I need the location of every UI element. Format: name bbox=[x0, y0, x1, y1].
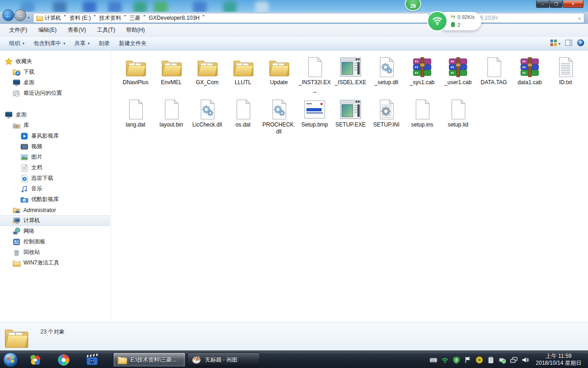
sidebar-item[interactable]: 收藏夹 bbox=[0, 56, 110, 67]
net-speed-overlay[interactable]: 0.92K/s 2 bbox=[427, 11, 482, 31]
minimize-button[interactable]: – bbox=[536, 0, 549, 8]
preview-pane-button[interactable] bbox=[565, 39, 572, 48]
toolbar-button[interactable]: 刻录 bbox=[94, 38, 114, 49]
sidebar-item[interactable]: 优酷影视库 bbox=[0, 194, 110, 205]
file-item[interactable]: SETUP.INI bbox=[368, 97, 404, 139]
menu-item[interactable]: 帮助(H) bbox=[121, 24, 151, 36]
file-item[interactable]: setup.lid bbox=[440, 97, 476, 139]
pinned-flower-app[interactable] bbox=[28, 353, 41, 366]
breadcrumb-separator-icon[interactable]: ▸ bbox=[141, 13, 148, 23]
clock-time: 上午 11:59 bbox=[546, 353, 571, 360]
file-item[interactable]: ID.txt bbox=[548, 54, 583, 97]
file-item[interactable]: _ISDEL.EXE bbox=[333, 54, 368, 97]
breadcrumb-item[interactable]: 三菱 bbox=[129, 13, 141, 23]
file-item[interactable]: _INST32I.EX_ bbox=[297, 54, 333, 97]
breadcrumb-item[interactable]: 资料 (E:) bbox=[68, 13, 92, 23]
breadcrumb-item[interactable]: 计算机 bbox=[44, 13, 62, 23]
sidebar-item[interactable]: 图片 bbox=[0, 152, 110, 162]
taskbar-window-button[interactable]: E:\技术资料\三菱... bbox=[113, 352, 186, 367]
sidebar-item[interactable]: Administrator bbox=[0, 205, 110, 215]
breadcrumb-separator-icon[interactable]: ▸ bbox=[62, 13, 68, 23]
breadcrumb-separator-icon[interactable]: ▸ bbox=[92, 13, 98, 23]
sidebar-item[interactable]: 视频 bbox=[0, 141, 110, 152]
taskbar-clock[interactable]: 上午 11:59 2018/10/14 星期日 bbox=[531, 352, 586, 368]
file-item[interactable]: setup.ins bbox=[404, 97, 440, 139]
file-item[interactable]: _user1.cab bbox=[440, 54, 476, 97]
file-item[interactable]: DATA.TAG bbox=[476, 54, 512, 97]
sidebar-item[interactable]: 下载 bbox=[0, 67, 110, 77]
sidebar-item[interactable]: WIN7激活工具 bbox=[0, 258, 110, 268]
file-item[interactable]: LLUTL bbox=[225, 54, 261, 97]
recent-pages-chevron-icon[interactable]: ▾ bbox=[28, 16, 29, 20]
sidebar-item[interactable]: 网络 bbox=[0, 226, 110, 236]
file-item[interactable]: os.dat bbox=[225, 97, 261, 139]
sidebar-item[interactable]: 音乐 bbox=[0, 184, 110, 194]
menu-item[interactable]: 编辑(E) bbox=[33, 24, 62, 36]
usb-tray-icon[interactable] bbox=[498, 356, 506, 364]
start-button[interactable] bbox=[3, 352, 18, 368]
menu-item[interactable]: 工具(T) bbox=[91, 24, 120, 36]
menu-item[interactable]: 查看(V) bbox=[62, 24, 91, 36]
taskbar-window-button[interactable]: 无标题 - 画图 bbox=[187, 352, 260, 367]
help-button[interactable]: ? bbox=[577, 39, 584, 48]
clipboard-tray-icon[interactable] bbox=[486, 356, 495, 364]
trwifi-tray-icon[interactable] bbox=[441, 356, 449, 364]
pinned-video-clapper-app[interactable] bbox=[85, 353, 98, 366]
file-item[interactable]: layout.bin bbox=[153, 97, 189, 139]
sidebar-item[interactable]: 桌面 bbox=[0, 109, 110, 120]
sidebar-item[interactable]: 最近访问的位置 bbox=[0, 88, 110, 98]
sidebar-item[interactable]: 回收站 bbox=[0, 247, 110, 258]
sidebar-item[interactable]: 库 bbox=[0, 120, 110, 131]
sidebar-item[interactable]: 计算机 bbox=[0, 215, 110, 226]
file-item[interactable]: GX_Com bbox=[189, 54, 225, 97]
shield-tray-icon[interactable] bbox=[452, 356, 460, 364]
forward-button[interactable]: → bbox=[14, 9, 26, 21]
flag-tray-icon[interactable] bbox=[464, 356, 472, 364]
file-item[interactable]: Setup.bmp bbox=[297, 97, 333, 139]
sidebar-item-label: 文档 bbox=[31, 164, 42, 172]
pictures-icon bbox=[20, 153, 28, 161]
toolbar-button[interactable]: 共享▾ bbox=[70, 38, 94, 49]
file-item[interactable]: EnvMEL bbox=[153, 54, 189, 97]
sidebar-item[interactable]: 迅雷下载 bbox=[0, 173, 110, 184]
back-button[interactable]: ← bbox=[2, 9, 14, 21]
toolbar-button[interactable]: 组织▾ bbox=[5, 38, 29, 49]
sidebar-item[interactable]: 文档 bbox=[0, 162, 110, 173]
file-name: _ISDEL.EXE bbox=[335, 79, 367, 86]
speaker-tray-icon[interactable] bbox=[521, 356, 529, 364]
file-name: setup.ins bbox=[411, 121, 433, 128]
restore-button[interactable]: ❐ bbox=[550, 0, 562, 8]
breadcrumb-item[interactable]: 技术资料 bbox=[98, 13, 122, 23]
search-icon[interactable] bbox=[575, 14, 581, 22]
file-item[interactable]: DNaviPlus bbox=[118, 54, 153, 97]
menu-item[interactable]: 文件(F) bbox=[4, 24, 33, 36]
wifi-status-icon[interactable] bbox=[427, 11, 447, 31]
views-button[interactable]: ▾ bbox=[550, 39, 560, 48]
file-item[interactable]: lang.dat bbox=[118, 97, 153, 139]
netmon-tray-icon[interactable] bbox=[509, 356, 518, 364]
sidebar-item-label: 下载 bbox=[23, 68, 34, 76]
breadcrumb-separator-icon[interactable]: ▸ bbox=[122, 13, 129, 23]
file-item[interactable]: Update bbox=[261, 54, 297, 97]
breadcrumb[interactable]: 计算机▸资料 (E:)▸技术资料▸三菱▸GXDeveloper8.103H▸ bbox=[33, 13, 429, 23]
file-name: LicCheck.dll bbox=[192, 121, 222, 128]
file-item[interactable]: _sys1.cab bbox=[404, 54, 440, 97]
page-icon bbox=[304, 56, 326, 78]
breadcrumb-item[interactable]: GXDeveloper8.103H bbox=[148, 13, 201, 23]
page-icon bbox=[160, 98, 182, 121]
file-item[interactable]: SETUP.EXE bbox=[333, 97, 368, 139]
keyboard-tray-icon[interactable] bbox=[429, 356, 437, 364]
sidebar-item[interactable]: 桌面 bbox=[0, 77, 110, 88]
toolbar-button[interactable]: 包含到库中▾ bbox=[29, 38, 70, 49]
plusball-tray-icon[interactable] bbox=[475, 356, 483, 364]
sidebar-item[interactable]: 控制面板 bbox=[0, 236, 110, 247]
breadcrumb-separator-icon[interactable]: ▸ bbox=[200, 13, 207, 23]
toolbar-button[interactable]: 新建文件夹 bbox=[114, 38, 151, 49]
file-item[interactable]: data1.cab bbox=[512, 54, 548, 97]
file-item[interactable]: PROCHECK.dll bbox=[261, 97, 297, 139]
sidebar-item[interactable]: 暴风影视库 bbox=[0, 131, 110, 141]
file-item[interactable]: _setup.dll bbox=[368, 54, 404, 97]
file-item[interactable]: LicCheck.dll bbox=[189, 97, 225, 139]
pinned-media-ball-app[interactable] bbox=[57, 353, 70, 366]
close-button[interactable]: ✕ bbox=[563, 0, 583, 8]
